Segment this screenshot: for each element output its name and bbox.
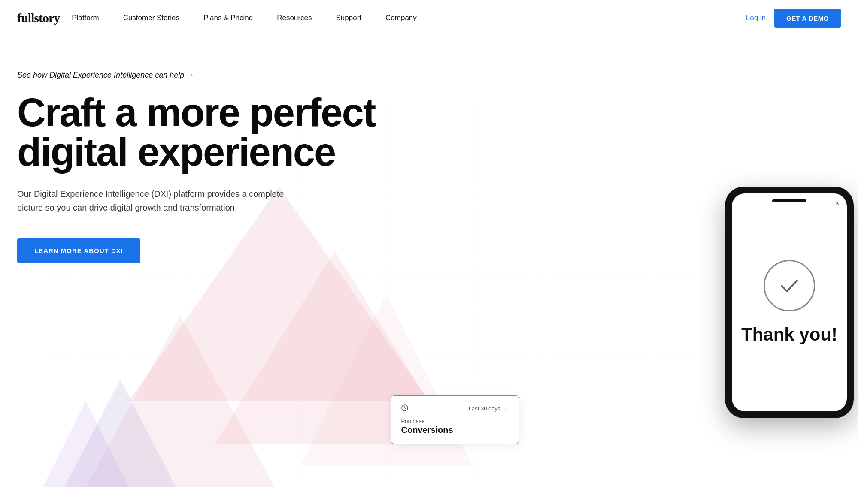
phone-screen: × Thank you! (732, 193, 847, 411)
hero-content: See how Digital Experience Intelligence … (17, 71, 841, 263)
card-header-left (401, 404, 408, 413)
nav-actions: Log in GET A DEMO (746, 9, 841, 28)
more-icon: ⋮ (503, 405, 509, 412)
phone-notch (772, 199, 806, 202)
svg-marker-5 (64, 380, 176, 487)
nav-item-plans-pricing[interactable]: Plans & Pricing (191, 0, 265, 36)
phone-mockup: × Thank you! (725, 187, 858, 418)
phone-frame: × Thank you! (725, 187, 854, 418)
login-link[interactable]: Log in (746, 14, 766, 22)
learn-more-cta[interactable]: LEARN MORE ABOUT DXI (17, 238, 140, 263)
hero-subtext: Our Digital Experience Intelligence (DXI… (17, 187, 309, 214)
svg-marker-3 (86, 315, 275, 487)
nav-item-platform[interactable]: Platform (60, 0, 111, 36)
card-header: Last 30 days ⋮ (401, 404, 509, 413)
card-conversions-value: Conversions (401, 425, 509, 435)
phone-close-button[interactable]: × (835, 199, 839, 207)
navbar: fullstory Platform Customer Stories Plan… (0, 0, 858, 36)
hero-heading: Craft a more perfect digital experience (17, 93, 395, 172)
hero-subnav[interactable]: See how Digital Experience Intelligence … (17, 71, 841, 80)
clock-icon (401, 404, 408, 413)
phone-check-circle (764, 260, 815, 311)
card-header-right: Last 30 days ⋮ (469, 405, 509, 412)
hero-section: See how Digital Experience Intelligence … (0, 36, 858, 504)
logo[interactable]: fullstory (17, 11, 60, 25)
nav-links: Platform Customer Stories Plans & Pricin… (60, 0, 746, 36)
conversion-card: Last 30 days ⋮ Purchase Conversions (391, 395, 519, 444)
logo-text: fullstory (17, 11, 60, 25)
nav-item-customer-stories[interactable]: Customer Stories (111, 0, 191, 36)
checkmark-icon (776, 273, 802, 299)
card-purchase-label: Purchase (401, 418, 509, 424)
last-30-days-label: Last 30 days (469, 405, 500, 412)
nav-item-resources[interactable]: Resources (265, 0, 324, 36)
get-demo-button[interactable]: GET A DEMO (774, 9, 841, 28)
phone-thank-you-text: Thank you! (741, 324, 837, 345)
nav-item-support[interactable]: Support (324, 0, 374, 36)
svg-marker-6 (43, 401, 129, 487)
nav-item-company[interactable]: Company (373, 0, 429, 36)
